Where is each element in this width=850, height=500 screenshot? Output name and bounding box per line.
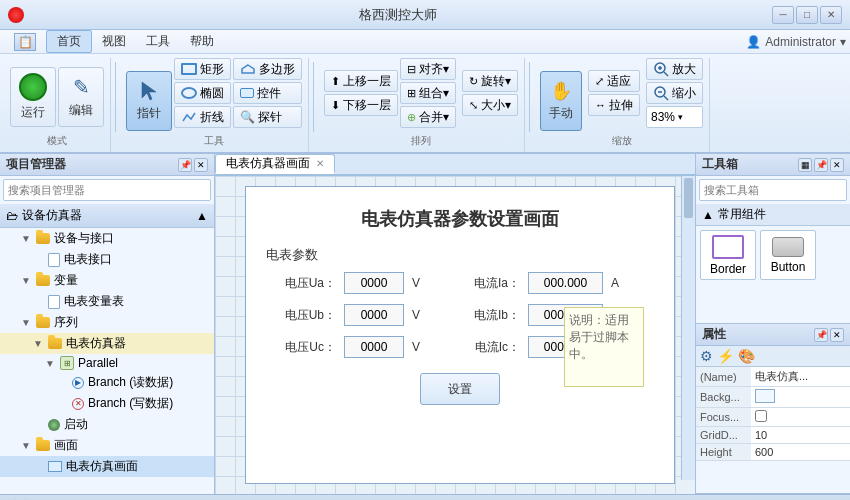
size-button[interactable]: ⤡ 大小▾ — [462, 94, 518, 116]
widget-button[interactable]: Button — [760, 230, 816, 280]
ic-label: 电流Ic： — [440, 339, 520, 356]
probe-button[interactable]: 🔍 探针 — [233, 106, 302, 128]
props-tab-style[interactable]: 🎨 — [738, 348, 755, 364]
polygon-icon — [240, 63, 256, 75]
uc-input[interactable] — [344, 336, 404, 358]
canvas-area[interactable]: 电表仿真器参数设置画面 电表参数 电压Ua： V 电流Ia： A — [215, 176, 695, 494]
prop-val-name[interactable]: 电表仿真... — [751, 367, 850, 387]
ia-input[interactable] — [528, 272, 603, 294]
widget-section-header[interactable]: ▲ 常用组件 — [696, 204, 850, 226]
minimize-button[interactable]: ─ — [772, 6, 794, 24]
svg-marker-1 — [242, 65, 254, 73]
form-container: 电表仿真器参数设置画面 电表参数 电压Ua： V 电流Ia： A — [245, 186, 675, 484]
prop-val-focus[interactable] — [751, 408, 850, 427]
align-button[interactable]: ⊟ 对齐▾ — [400, 58, 456, 80]
menu-tab-home[interactable]: 首页 — [46, 30, 92, 53]
zoom-dropdown-icon[interactable]: ▾ — [678, 112, 683, 122]
tree-item-sequences[interactable]: ▼ 序列 — [0, 312, 214, 333]
left-search-box[interactable] — [3, 179, 211, 201]
combo-button[interactable]: ⊞ 组合▾ — [400, 82, 456, 104]
tree-item-var-table[interactable]: 电表变量表 — [0, 291, 214, 312]
title-controls[interactable]: ─ □ ✕ — [772, 6, 842, 24]
ribbon-group-layer: ⬆ 上移一层 ⬇ 下移一层 ⊟ 对齐▾ ⊞ 组合▾ ⊕ — [318, 58, 525, 152]
prop-val-bg[interactable] — [751, 387, 850, 408]
props-tab-events[interactable]: ⚡ — [717, 348, 734, 364]
manual-button[interactable]: ✋ 手动 — [540, 71, 582, 131]
menu-tab-help[interactable]: 帮助 — [180, 31, 224, 52]
rotate-button[interactable]: ↻ 旋转▾ — [462, 70, 518, 92]
scroll-thumb-v[interactable] — [684, 178, 693, 218]
right-panel: 工具箱 ▦ 📌 ✕ ▲ 常用组件 Border — [695, 154, 850, 494]
focus-checkbox[interactable] — [755, 410, 767, 422]
widget-section-collapse: ▲ — [702, 208, 714, 222]
ub-input[interactable] — [344, 304, 404, 326]
props-close[interactable]: ✕ — [830, 328, 844, 342]
tree-item-branch-read[interactable]: ▶ Branch (读数据) — [0, 372, 214, 393]
ua-input[interactable] — [344, 272, 404, 294]
left-panel: 项目管理器 📌 ✕ 🗁 设备仿真器 ▲ ▼ 设备与接口 — [0, 154, 215, 494]
tree-item-parallel[interactable]: ▼ ⊞ Parallel — [0, 354, 214, 372]
toolbox-search-input[interactable] — [699, 179, 847, 201]
tree-item-variables[interactable]: ▼ 变量 — [0, 270, 214, 291]
toolbox-controls[interactable]: ▦ 📌 ✕ — [798, 158, 844, 172]
stretch-button[interactable]: ↔ 拉伸 — [588, 94, 640, 116]
polygon-button[interactable]: 多边形 — [233, 58, 302, 80]
menu-tab-tools[interactable]: 工具 — [136, 31, 180, 52]
tab-close-icon[interactable]: ✕ — [316, 158, 324, 169]
tree-item-startup[interactable]: 启动 — [0, 414, 214, 435]
props-pin[interactable]: 📌 — [814, 328, 828, 342]
tree-item-meter-interface[interactable]: 电表接口 — [0, 249, 214, 270]
tree-item-devices[interactable]: ▼ 设备与接口 — [0, 228, 214, 249]
probe-icon: 🔍 — [240, 110, 255, 124]
settings-button[interactable]: 设置 — [420, 373, 500, 405]
edit-button[interactable]: ✎ 编辑 — [58, 67, 104, 127]
project-tree: 🗁 设备仿真器 ▲ ▼ 设备与接口 电表接口 ▼ 变量 — [0, 204, 214, 494]
zoomout-button[interactable]: 缩小 — [646, 82, 703, 104]
menu-tab-view[interactable]: 视图 — [92, 31, 136, 52]
menu-home[interactable]: 📋 — [4, 31, 46, 53]
tree-item-meter-sim[interactable]: ▼ 电表仿真器 — [0, 333, 214, 354]
prop-val-height[interactable]: 600 — [751, 444, 850, 461]
props-tab-general[interactable]: ⚙ — [700, 348, 713, 364]
tree-collapse-icon[interactable]: ▲ — [196, 209, 208, 223]
props-controls[interactable]: 📌 ✕ — [814, 328, 844, 342]
canvas-grid: 电表仿真器参数设置画面 电表参数 电压Ua： V 电流Ia： A — [215, 176, 695, 494]
polyline-button[interactable]: 折线 — [174, 106, 231, 128]
tree-item-screens[interactable]: ▼ 画面 — [0, 435, 214, 456]
prop-key-focus: Focus... — [696, 408, 751, 427]
toolbox-section: 工具箱 ▦ 📌 ✕ ▲ 常用组件 Border — [696, 154, 850, 324]
note-box: 说明：适用易于过脚本中。 — [564, 307, 644, 387]
toolbox-search-box[interactable] — [699, 179, 847, 201]
close-button[interactable]: ✕ — [820, 6, 842, 24]
merge-button[interactable]: ⊕ 合并▾ — [400, 106, 456, 128]
tree-item-screen-meter[interactable]: 电表仿真画面 — [0, 456, 214, 477]
left-search-input[interactable] — [3, 179, 211, 201]
fit-button[interactable]: ⤢ 适应 — [588, 70, 640, 92]
run-button[interactable]: 运行 — [10, 67, 56, 127]
properties-section: 属性 📌 ✕ ⚙ ⚡ 🎨 (Name) 电表仿真... — [696, 324, 850, 494]
zoom-value-box[interactable]: 83% ▾ — [646, 106, 703, 128]
manual-icon: ✋ — [550, 80, 572, 102]
layer-up-button[interactable]: ⬆ 上移一层 — [324, 70, 398, 92]
tree-section-header[interactable]: 🗁 设备仿真器 ▲ — [0, 204, 214, 228]
layer-down-button[interactable]: ⬇ 下移一层 — [324, 94, 398, 116]
pointer-button[interactable]: 指针 — [126, 71, 172, 131]
control-button[interactable]: 控件 — [233, 82, 302, 104]
parallel-icon: ⊞ — [60, 356, 74, 370]
zoomin-button[interactable]: 放大 — [646, 58, 703, 80]
tab-meter-sim[interactable]: 电表仿真器画面 ✕ — [215, 154, 335, 174]
form-title: 电表仿真器参数设置画面 — [246, 187, 674, 246]
widget-border[interactable]: Border — [700, 230, 756, 280]
folder-icon-4 — [48, 338, 62, 349]
maximize-button[interactable]: □ — [796, 6, 818, 24]
rect-button[interactable]: 矩形 — [174, 58, 231, 80]
ellipse-button[interactable]: 椭圆 — [174, 82, 231, 104]
toolbox-options-icon[interactable]: ▦ — [798, 158, 812, 172]
tree-item-branch-write[interactable]: ✕ Branch (写数据) — [0, 393, 214, 414]
prop-val-grid[interactable]: 10 — [751, 427, 850, 444]
expand-icon-2: ▼ — [20, 275, 32, 287]
svg-marker-0 — [142, 82, 156, 100]
toolbox-pin[interactable]: 📌 — [814, 158, 828, 172]
toolbox-close[interactable]: ✕ — [830, 158, 844, 172]
canvas-scrollbar-v[interactable] — [681, 176, 695, 480]
